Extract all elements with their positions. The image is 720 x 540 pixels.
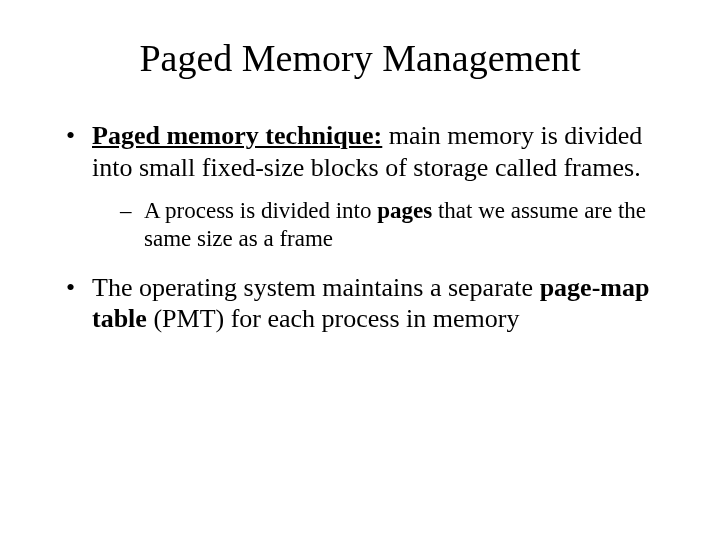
- term-pages: pages: [377, 198, 432, 223]
- slide: Paged Memory Management Paged memory tec…: [0, 0, 720, 540]
- term-paged-memory-technique: Paged memory technique:: [92, 121, 382, 150]
- bullet-page-map-table: The operating system maintains a separat…: [66, 272, 672, 335]
- bullet-text-post: (PMT) for each process in memory: [147, 304, 520, 333]
- bullet-paged-memory-technique: Paged memory technique: main memory is d…: [66, 120, 672, 254]
- sub-bullet-pages: A process is divided into pages that we …: [120, 197, 672, 253]
- sub-bullet-text-pre: A process is divided into: [144, 198, 377, 223]
- slide-title: Paged Memory Management: [48, 36, 672, 80]
- sub-bullet-list: A process is divided into pages that we …: [92, 197, 672, 253]
- bullet-list: Paged memory technique: main memory is d…: [48, 120, 672, 335]
- bullet-text-pre: The operating system maintains a separat…: [92, 273, 540, 302]
